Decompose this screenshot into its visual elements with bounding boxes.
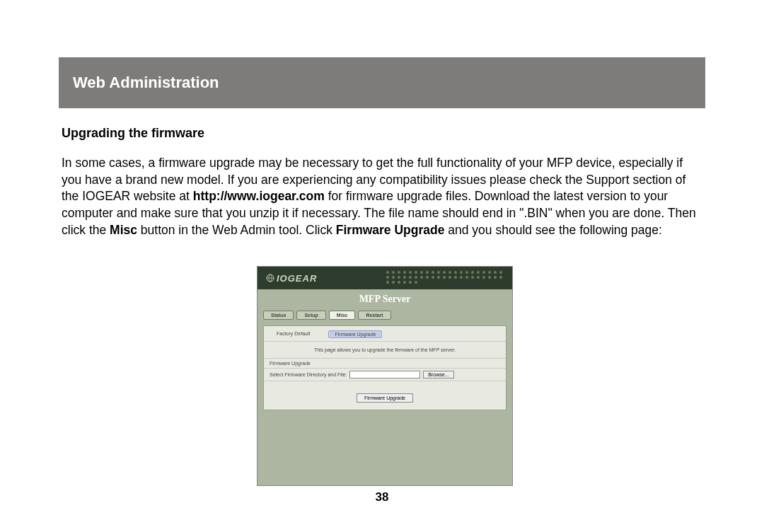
tab-misc[interactable]: Misc [329,311,356,320]
decorative-dots [386,271,507,284]
ss-header: IOGEAR [257,267,512,289]
subtab-factory-default[interactable]: Factory Default [271,330,316,338]
tab-setup[interactable]: Setup [296,311,325,320]
subheading: Upgrading the firmware [62,126,704,141]
firmware-upgrade-button[interactable]: Firmware Upgrade [357,393,413,403]
body-paragraph: In some cases, a firmware upgrade may be… [62,155,704,238]
section-title: Web Administration [73,74,219,92]
text-part-4: and you should see the following page: [444,223,661,237]
firmware-upgrade-label: Firmware Upgrade [336,223,445,237]
section-header: Web Administration [59,57,705,108]
ss-subtabs: Factory Default Firmware Upgrade [264,326,506,342]
subtab-firmware-upgrade[interactable]: Firmware Upgrade [328,330,382,338]
content-area: Upgrading the firmware In some cases, a … [62,126,704,238]
ss-panel: Factory Default Firmware Upgrade This pa… [263,325,507,410]
globe-icon [266,274,274,282]
support-url: http://www.iogear.com [193,189,325,203]
browse-button[interactable]: Browse... [423,371,453,378]
ss-title: MFP Server [257,289,512,311]
embedded-screenshot: IOGEAR MFP Server Status Setup Misc Rest… [257,266,513,486]
tab-status[interactable]: Status [263,311,294,320]
page-number: 38 [0,490,764,504]
text-part-3: button in the Web Admin tool. Click [137,223,336,237]
misc-label: Misc [110,223,137,237]
file-field-label: Select Firmware Directory and File: [270,372,347,377]
ss-main-tabs: Status Setup Misc Restart [257,311,512,325]
tab-restart[interactable]: Restart [358,311,390,320]
file-path-input[interactable] [349,371,420,378]
ss-submit-row: Firmware Upgrade [264,381,506,403]
ss-file-row: Select Firmware Directory and File: Brow… [264,369,506,381]
ss-description: This page allows you to upgrade the firm… [264,342,506,359]
ss-section-label: Firmware Upgrade [264,359,506,369]
logo-text: IOGEAR [277,273,317,284]
iogear-logo: IOGEAR [266,273,317,284]
